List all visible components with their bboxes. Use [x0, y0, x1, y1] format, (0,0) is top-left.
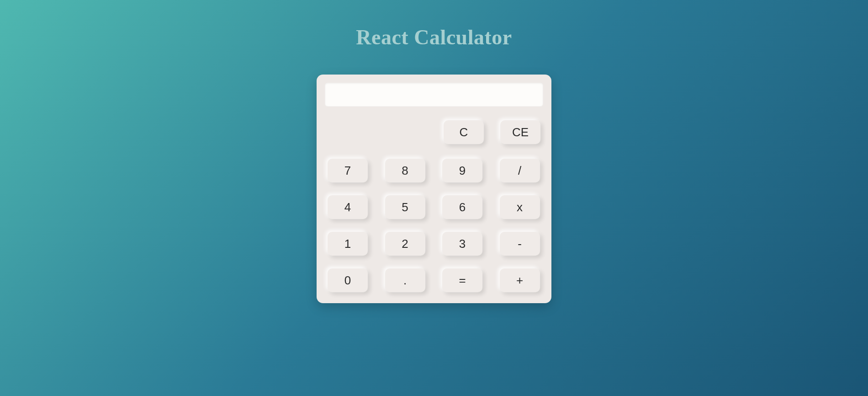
button-grid: 7 8 9 / 4 5 6 x 1 2 3 - 0 . = + — [325, 159, 543, 295]
clear-entry-button[interactable]: CE — [500, 120, 540, 144]
clear-button-row: C CE — [325, 120, 543, 144]
digit-1-button[interactable]: 1 — [328, 232, 368, 256]
clear-button[interactable]: C — [444, 120, 484, 144]
decimal-button[interactable]: . — [385, 268, 425, 292]
subtract-button[interactable]: - — [500, 232, 540, 256]
calculator-display — [325, 83, 543, 107]
digit-9-button[interactable]: 9 — [442, 159, 482, 182]
equals-button[interactable]: = — [442, 268, 482, 292]
digit-5-button[interactable]: 5 — [385, 195, 425, 219]
divide-button[interactable]: / — [500, 159, 540, 182]
calculator-body: C CE 7 8 9 / 4 5 6 x 1 2 3 - 0 . = + — [317, 75, 551, 303]
app-title: React Calculator — [356, 25, 512, 49]
digit-2-button[interactable]: 2 — [385, 232, 425, 256]
digit-0-button[interactable]: 0 — [328, 268, 368, 292]
multiply-button[interactable]: x — [500, 195, 540, 219]
digit-7-button[interactable]: 7 — [328, 159, 368, 182]
digit-3-button[interactable]: 3 — [442, 232, 482, 256]
app-container: React Calculator C CE 7 8 9 / 4 5 6 x 1 … — [0, 0, 868, 303]
add-button[interactable]: + — [500, 268, 540, 292]
digit-8-button[interactable]: 8 — [385, 159, 425, 182]
digit-6-button[interactable]: 6 — [442, 195, 482, 219]
digit-4-button[interactable]: 4 — [328, 195, 368, 219]
